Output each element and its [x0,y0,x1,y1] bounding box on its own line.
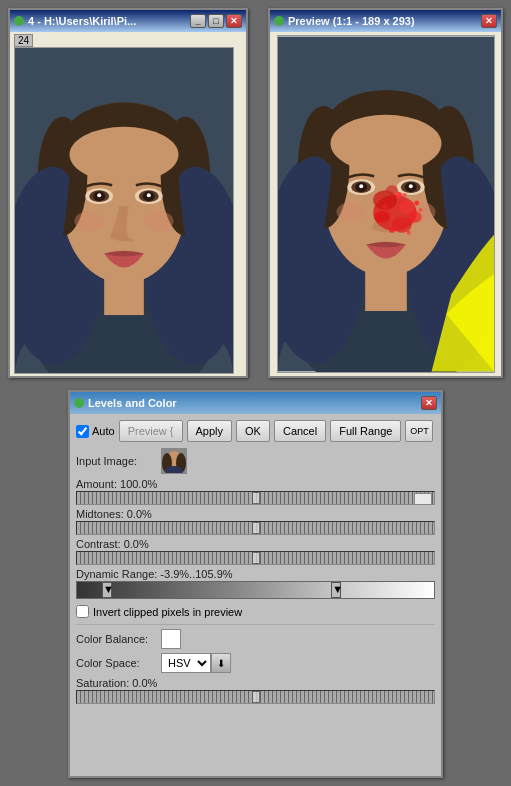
color-balance-label: Color Balance: [76,633,161,645]
amount-white-swatch [414,493,432,505]
input-image-label: Input Image: [76,455,161,467]
close-button[interactable]: ✕ [226,14,242,28]
input-image-thumbnail[interactable] [161,448,187,474]
dynamic-range-right-handle[interactable]: ▼ [331,582,341,598]
contrast-section: Contrast: 0.0% [76,538,435,565]
preview-image-area [277,35,495,373]
opt-button[interactable]: OPT [405,420,433,442]
color-space-select[interactable]: HSV RGB Lab [161,653,211,673]
toolbar-row: Auto Preview { Apply OK Cancel Full Rang… [76,420,435,442]
color-space-dropdown-btn[interactable]: ⬇ [211,653,231,673]
title-bar-preview[interactable]: Preview (1:1 - 189 x 293) ✕ [270,10,501,32]
auto-label: Auto [92,425,115,437]
controls-app-icon [74,398,84,408]
invert-label: Invert clipped pixels in preview [93,606,242,618]
preview-app-icon [274,16,284,26]
preview-close-button[interactable]: ✕ [481,14,497,28]
contrast-slider[interactable] [77,552,434,564]
window-title-controls: Levels and Color [88,397,177,409]
dynamic-range-label: Dynamic Range: -3.9%..105.9% [76,568,435,580]
minimize-button[interactable]: _ [190,14,206,28]
svg-point-39 [336,202,366,222]
full-range-button[interactable]: Full Range [330,420,401,442]
original-image-area [14,47,234,374]
svg-point-20 [144,211,174,231]
color-balance-row: Color Balance: [76,629,435,649]
window-title-original: 4 - H:\Users\Kiril\Pi... [28,15,136,27]
midtones-slider-track [76,521,435,535]
controls-close-button[interactable]: ✕ [421,396,437,410]
svg-point-53 [418,208,422,212]
maximize-button[interactable]: □ [208,14,224,28]
dynamic-range-track: ▼ ▼ [76,581,435,599]
app-icon [14,16,24,26]
midtones-label: Midtones: 0.0% [76,508,435,520]
svg-point-50 [388,227,394,233]
auto-checkbox-label[interactable]: Auto [76,425,115,438]
svg-point-34 [359,184,363,188]
saturation-slider-track [76,690,435,704]
invert-row: Invert clipped pixels in preview [76,605,435,618]
color-space-label: Color Space: [76,657,161,669]
title-bar-controls[interactable]: Levels and Color ✕ [70,392,441,414]
cancel-button[interactable]: Cancel [274,420,326,442]
invert-checkbox[interactable] [76,605,89,618]
midtones-slider[interactable] [77,522,434,534]
controls-title-bar-buttons: ✕ [421,396,437,410]
svg-point-30 [330,115,441,172]
saturation-slider[interactable] [77,691,434,703]
dynamic-range-left-handle[interactable]: ▼ [102,582,112,598]
color-balance-swatch[interactable] [161,629,181,649]
ok-button[interactable]: OK [236,420,270,442]
apply-button[interactable]: Apply [187,420,233,442]
svg-point-19 [74,211,104,231]
title-bar-original[interactable]: 4 - H:\Users\Kiril\Pi... _ □ ✕ [10,10,246,32]
svg-point-46 [407,211,421,223]
contrast-label: Contrast: 0.0% [76,538,435,550]
svg-point-45 [386,185,398,195]
saturation-section: Saturation: 0.0% [76,677,435,704]
controls-body: Auto Preview { Apply OK Cancel Full Rang… [70,414,441,776]
thumbnail-svg [162,449,186,473]
preview-title-bar-buttons: ✕ [481,14,497,28]
svg-point-18 [147,193,151,197]
amount-slider-track [76,491,435,505]
color-space-row: Color Space: HSV RGB Lab ⬇ [76,653,435,673]
svg-point-10 [70,126,179,181]
frame-badge: 24 [14,34,33,47]
contrast-slider-track [76,551,435,565]
amount-section: Amount: 100.0% [76,478,435,505]
window-original: 4 - H:\Users\Kiril\Pi... _ □ ✕ 24 [8,8,248,378]
svg-point-38 [408,184,412,188]
input-image-row: Input Image: [76,448,435,474]
window-preview: Preview (1:1 - 189 x 293) ✕ [268,8,503,378]
original-portrait-svg [15,47,233,374]
amount-label: Amount: 100.0% [76,478,435,490]
divider [76,624,435,625]
svg-point-49 [414,201,419,206]
svg-point-52 [402,193,406,197]
auto-checkbox[interactable] [76,425,89,438]
svg-point-54 [382,204,388,210]
svg-point-51 [406,231,410,235]
svg-point-48 [395,192,401,198]
preview-portrait-svg [278,35,494,373]
window-title-preview: Preview (1:1 - 189 x 293) [288,15,415,27]
midtones-section: Midtones: 0.0% [76,508,435,535]
svg-point-47 [374,211,390,223]
dynamic-range-section: Dynamic Range: -3.9%..105.9% ▼ ▼ [76,568,435,599]
saturation-label: Saturation: 0.0% [76,677,435,689]
window-controls: Levels and Color ✕ Auto Preview { Apply … [68,390,443,778]
preview-button[interactable]: Preview { [119,420,183,442]
title-bar-buttons: _ □ ✕ [190,14,242,28]
amount-slider[interactable] [77,492,434,504]
svg-point-14 [97,193,101,197]
